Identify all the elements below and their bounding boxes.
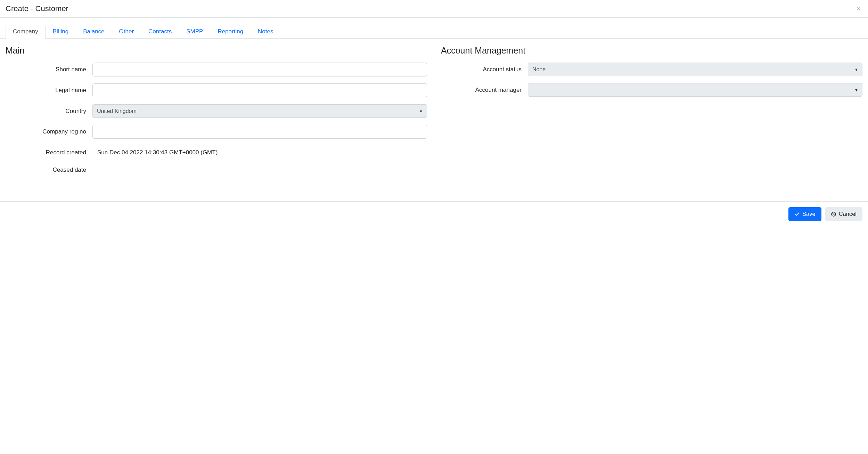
section-title-main: Main <box>6 46 427 56</box>
row-country: Country United Kingdom ▼ <box>6 104 427 118</box>
header-divider <box>0 17 868 18</box>
modal-footer: Save Cancel <box>0 201 868 227</box>
section-title-account: Account Management <box>441 46 862 56</box>
cancel-button-label: Cancel <box>839 211 857 218</box>
modal-header: Create - Customer × <box>0 0 868 17</box>
legal-name-input[interactable] <box>92 83 427 97</box>
label-company-reg-no: Company reg no <box>6 128 92 135</box>
account-manager-select[interactable] <box>528 83 862 97</box>
tab-reporting[interactable]: Reporting <box>210 25 251 38</box>
row-ceased-date: Ceased date <box>6 167 427 173</box>
main-column: Main Short name Legal name Country Unite… <box>6 46 427 180</box>
account-column: Account Management Account status None ▼… <box>441 46 862 180</box>
short-name-input[interactable] <box>92 63 427 76</box>
tab-billing[interactable]: Billing <box>46 25 76 38</box>
row-company-reg-no: Company reg no <box>6 125 427 139</box>
row-record-created: Record created Sun Dec 04 2022 14:30:43 … <box>6 146 427 160</box>
label-short-name: Short name <box>6 66 92 73</box>
save-button[interactable]: Save <box>788 207 821 221</box>
tab-company[interactable]: Company <box>6 25 46 38</box>
content: Main Short name Legal name Country Unite… <box>0 39 868 201</box>
account-status-select[interactable]: None <box>528 63 862 76</box>
modal-title: Create - Customer <box>6 4 68 13</box>
label-account-status: Account status <box>441 66 528 73</box>
row-account-status: Account status None ▼ <box>441 63 862 76</box>
country-select[interactable]: United Kingdom <box>92 104 427 118</box>
ban-icon <box>831 211 836 217</box>
tab-smpp[interactable]: SMPP <box>179 25 210 38</box>
tab-notes[interactable]: Notes <box>251 25 280 38</box>
record-created-value: Sun Dec 04 2022 14:30:43 GMT+0000 (GMT) <box>92 146 427 160</box>
tab-contacts[interactable]: Contacts <box>141 25 179 38</box>
ceased-date-value <box>92 167 427 173</box>
row-legal-name: Legal name <box>6 83 427 97</box>
svg-line-1 <box>832 213 835 216</box>
label-record-created: Record created <box>6 149 92 156</box>
close-icon: × <box>857 4 861 13</box>
label-country: Country <box>6 108 92 115</box>
close-button[interactable]: × <box>855 5 862 13</box>
label-legal-name: Legal name <box>6 87 92 94</box>
row-account-manager: Account manager ▼ <box>441 83 862 97</box>
tabs-nav: Company Billing Balance Other Contacts S… <box>0 25 868 39</box>
company-reg-no-input[interactable] <box>92 125 427 139</box>
row-short-name: Short name <box>6 63 427 76</box>
check-icon <box>794 211 800 217</box>
tab-balance[interactable]: Balance <box>76 25 112 38</box>
tab-other[interactable]: Other <box>112 25 141 38</box>
cancel-button[interactable]: Cancel <box>825 207 862 221</box>
save-button-label: Save <box>802 211 816 218</box>
label-account-manager: Account manager <box>441 87 528 94</box>
label-ceased-date: Ceased date <box>6 167 92 173</box>
